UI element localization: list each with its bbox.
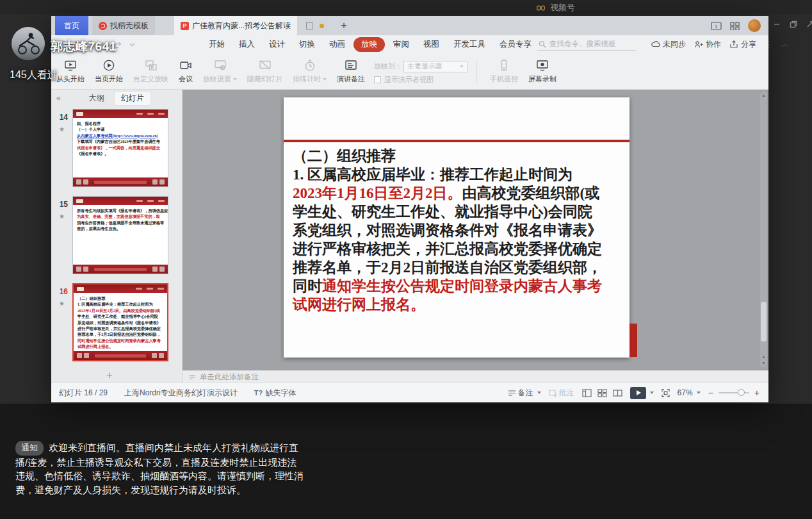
play-circle-icon [102,58,116,72]
toolbar-button-play-circle[interactable]: 当页开始 [90,58,128,84]
docer-icon [99,22,107,30]
thumbnail-header-text [136,200,143,202]
fullscreen-icon[interactable] [806,20,812,29]
presenter-view-checkbox [374,76,381,83]
slide-thumbnail-15[interactable]: 所有考生均须如实填写《报名申请表》，所填信息应为真实、准确、完整，主观信息填报不… [72,196,168,274]
toolbar-button-label: 演讲备注 [337,74,365,84]
share-button[interactable]: 分享 [729,39,756,50]
tabbar-right-controls: 1 [711,19,768,32]
share-label: 分享 [741,39,756,50]
slide-panel: « 大纲 幻灯片 14★四、报名程序（一）个人申请从内蒙古人事考试网(http:… [51,90,183,383]
canvas-scrollbar[interactable]: ▲ ▲ ▼ [760,92,767,367]
command-search[interactable]: 查找命令、搜索模板 [537,38,636,51]
menu-tab-5[interactable]: 放映 [353,37,385,52]
missing-font-button[interactable]: T? 缺失字体 [254,388,296,399]
thumbnail-logo [76,199,83,203]
normal-view-icon[interactable] [582,389,592,397]
tab-home[interactable]: 首页 [55,16,88,35]
ribbon-group-right: 手机遥控屏幕录制 [485,58,562,84]
document-tabbar: 首页 找稻壳模板 P 广佳教育内蒙...招考公告解读 + 1 [51,16,768,35]
current-slide[interactable]: （二）组织推荐1. 区属高校应届毕业：推荐工作起止时间为2023年1月16日至2… [284,97,629,358]
share-icon [729,40,738,48]
scrollbar-thumb[interactable] [761,302,767,342]
toolbar-button-speaker-notes[interactable]: 演讲备注 [332,58,370,84]
grid-layout-icon[interactable] [729,22,740,30]
thumbnail-text-line: 《报名申请表》。 [77,151,164,156]
chevron-down-icon [697,391,701,394]
thumbnail-text-line: 下载填写《内蒙古自治区2023年度集中选调生考 [77,138,164,144]
tab-outline[interactable]: 大纲 [89,93,104,104]
panel-collapse-icon[interactable]: « [51,94,61,103]
tab-current-document[interactable]: P 广佳教育内蒙...招考公告解读 [174,16,297,35]
display-target-select: 主要显示器 [403,61,467,72]
menu-tab-7[interactable]: 视图 [418,37,445,52]
minimize-icon[interactable] [772,20,781,29]
thumbnail-text-line: 2023年1月16日至2月2日。由高校党委组织部(或 [77,308,163,313]
menu-tab-2[interactable]: 设计 [263,37,291,52]
slide-text-line: 系党组织，对照选调资格条件对《报名申请表》 [293,221,622,240]
quickbar-more-icon[interactable] [128,40,136,49]
menu-tab-1[interactable]: 插入 [233,37,261,52]
zoom-slider-knob[interactable] [738,389,745,396]
more-menu-icon[interactable]: ⋮ [765,40,773,49]
reading-view-icon[interactable] [613,389,622,397]
chevron-down-icon[interactable] [650,391,654,394]
screen-play-icon [63,58,77,72]
next-slide-icon[interactable]: ▼ [761,360,767,366]
design-template-name[interactable]: 上海Nordri专业商务幻灯演示设计 [124,388,238,399]
toolbar-button-screen-record[interactable]: 屏幕录制 [523,58,562,84]
sync-status[interactable]: 未同步 [651,39,686,50]
thumbnail-text-line: 为真实、准确、完整，主观信息填报不实的，取 [77,213,164,219]
collapse-ribbon-icon[interactable]: ︿ [781,38,790,50]
tab-slides[interactable]: 幻灯片 [115,92,150,105]
slide-thumbnail-16[interactable]: （二）组织推荐1. 区属高校应届毕业：推荐工作起止时间为2023年1月16日至2… [72,283,168,361]
notes-toggle[interactable]: 备注 [508,388,541,399]
slide-corner-decoration [629,324,637,357]
missing-font-icon: T? [254,389,263,397]
play-slideshow-button[interactable] [630,387,646,399]
svg-text:1: 1 [715,24,718,29]
scroll-up-icon[interactable]: ▲ [761,92,767,98]
collaborate-label: 协作 [706,39,721,50]
ribbon-group-left: 从头开始当页开始自定义放映会议放映设置隐藏幻灯片排练计时演讲备注 [51,58,370,84]
zoom-percent-value: 67% [678,388,693,397]
slide-text-segment: 同时 [293,278,322,294]
slide-text-line: 1. 区属高校应届毕业：推荐工作起止时间为 [293,165,622,184]
search-placeholder: 查找命令、搜索模板 [549,39,616,49]
zoom-out-button[interactable]: − [708,388,713,398]
previous-slide-icon[interactable]: ▲ [761,354,767,359]
fit-to-window-button[interactable] [662,389,670,397]
notes-bar[interactable]: 单击此处添加备注 [183,370,768,383]
collaborate-button[interactable]: 协作 [694,39,721,50]
slide-page-indicator: 幻灯片 16 / 29 [59,388,108,399]
single-pane-layout-icon[interactable]: 1 [711,22,722,30]
ppt-file-icon: P [181,22,189,30]
menu-tab-6[interactable]: 审阅 [387,37,415,52]
menu-tab-4[interactable]: 动画 [323,37,351,52]
zoom-in-button[interactable]: + [754,388,759,398]
restore-icon[interactable] [789,20,798,29]
streamer-avatar[interactable] [12,27,45,60]
slide-thumbnail-14[interactable]: 四、报名程序（一）个人申请从内蒙古人事考试网(http://www.impta.… [72,109,168,187]
meeting-icon [179,58,193,72]
new-tab-button[interactable]: + [337,19,351,32]
slideshow-ribbon: 从头开始当页开始自定义放映会议放映设置隐藏幻灯片排练计时演讲备注 放映到： 主要… [51,53,768,90]
chevron-down-icon [460,65,464,68]
thumbnail-header-text [136,288,142,290]
slide-number: 15 [51,200,68,209]
menu-tab-9[interactable]: 会员专享 [494,37,537,52]
zoom-percent[interactable]: 67% [678,388,701,397]
menu-tab-8[interactable]: 开发工具 [448,37,491,52]
slide-sorter-view-icon[interactable] [597,389,607,397]
account-avatar[interactable] [748,19,761,32]
thumbnail-footer-bar [73,265,168,274]
toolbar-button-meeting[interactable]: 会议 [174,58,198,84]
add-slide-button[interactable]: + [106,369,113,382]
zoom-slider-track[interactable] [719,392,749,393]
document-state-icon [306,22,313,29]
thumbnail-text-line: （一）个人申请 [77,126,164,132]
menu-tab-0[interactable]: 开始 [203,37,231,52]
tab-docer-templates[interactable]: 找稻壳模板 [92,16,155,35]
channels-icon [535,3,546,13]
menu-tab-3[interactable]: 切换 [293,37,321,52]
